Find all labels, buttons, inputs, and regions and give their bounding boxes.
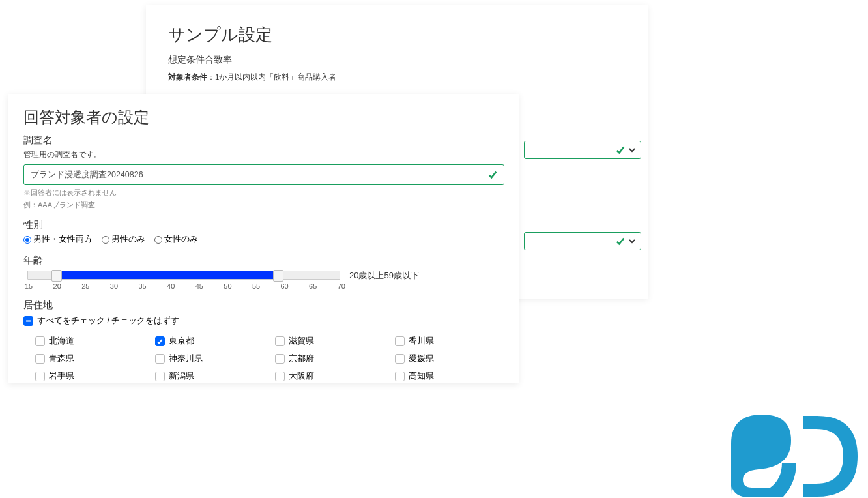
slider-handle-min[interactable] bbox=[51, 270, 62, 282]
match-rate-label: 想定条件合致率 bbox=[168, 54, 626, 66]
survey-name-label: 調査名 bbox=[23, 134, 503, 147]
sample-settings-title: サンプル設定 bbox=[168, 23, 626, 46]
survey-name-help: 管理用の調査名です。 bbox=[23, 149, 503, 160]
dropdown-validated-1[interactable] bbox=[524, 141, 641, 159]
chevron-down-icon bbox=[629, 147, 635, 153]
prefecture-checkbox[interactable] bbox=[35, 372, 45, 381]
age-range-slider[interactable]: 20歳以上59歳以下 152025303540455055606570 bbox=[23, 271, 503, 290]
gender-radio-group: 男性・女性両方男性のみ女性のみ bbox=[23, 234, 503, 245]
slider-handle-max[interactable] bbox=[273, 270, 283, 282]
prefecture-item[interactable]: 愛媛県 bbox=[395, 353, 515, 364]
gender-label: 性別 bbox=[23, 219, 503, 231]
prefecture-item[interactable]: 香川県 bbox=[395, 336, 515, 347]
dropdown-validated-2[interactable] bbox=[524, 232, 641, 250]
prefecture-checkbox[interactable] bbox=[395, 354, 405, 364]
gender-radio-0[interactable]: 男性・女性両方 bbox=[23, 234, 93, 245]
prefecture-item[interactable]: 青森県 bbox=[35, 353, 155, 364]
prefecture-item[interactable]: 東京都 bbox=[155, 336, 275, 347]
prefecture-checkbox[interactable] bbox=[395, 336, 405, 346]
prefecture-item[interactable]: 高知県 bbox=[395, 371, 515, 382]
residence-label: 居住地 bbox=[23, 299, 503, 312]
prefecture-checkbox[interactable] bbox=[155, 372, 165, 381]
prefecture-checkbox[interactable] bbox=[155, 354, 165, 364]
respondent-settings-title: 回答対象者の設定 bbox=[23, 107, 503, 128]
select-all-row[interactable]: すべてをチェック / チェックをはずす bbox=[23, 315, 503, 327]
check-icon bbox=[616, 145, 625, 154]
prefecture-checkbox[interactable] bbox=[395, 372, 405, 381]
target-condition: 対象者条件：1か月以内以内「飲料」商品購入者 bbox=[168, 72, 626, 82]
age-ticks: 152025303540455055606570 bbox=[25, 282, 345, 290]
prefecture-item[interactable]: 京都府 bbox=[275, 353, 395, 364]
prefecture-checkbox[interactable] bbox=[155, 336, 165, 346]
prefecture-item[interactable]: 神奈川県 bbox=[155, 353, 275, 364]
prefecture-item[interactable]: 新潟県 bbox=[155, 371, 275, 382]
prefecture-checkbox[interactable] bbox=[35, 354, 45, 364]
prefecture-checkbox[interactable] bbox=[35, 336, 45, 346]
prefecture-item[interactable]: 北海道 bbox=[35, 336, 155, 347]
age-label: 年齢 bbox=[23, 254, 503, 267]
select-all-checkbox[interactable] bbox=[23, 316, 33, 326]
prefecture-item[interactable]: 滋賀県 bbox=[275, 336, 395, 347]
select-all-label: すべてをチェック / チェックをはずす bbox=[37, 315, 179, 327]
survey-name-value: ブランド浸透度調査20240826 bbox=[31, 169, 143, 181]
prefecture-checkbox[interactable] bbox=[275, 372, 285, 381]
brand-logo bbox=[705, 398, 861, 498]
chevron-down-icon bbox=[629, 238, 635, 244]
age-range-display: 20歳以上59歳以下 bbox=[349, 270, 419, 282]
survey-name-note-2: 例：AAAブランド調査 bbox=[23, 200, 503, 210]
check-icon bbox=[488, 170, 497, 179]
respondent-settings-card: 回答対象者の設定 調査名 管理用の調査名です。 ブランド浸透度調査2024082… bbox=[8, 94, 519, 383]
check-icon bbox=[616, 237, 625, 246]
prefecture-checkbox[interactable] bbox=[275, 354, 285, 364]
prefecture-grid: 北海道東京都滋賀県香川県青森県神奈川県京都府愛媛県岩手県新潟県大阪府高知県 bbox=[35, 336, 503, 382]
prefecture-item[interactable]: 大阪府 bbox=[275, 371, 395, 382]
survey-name-input[interactable]: ブランド浸透度調査20240826 bbox=[23, 164, 504, 185]
survey-name-note-1: ※回答者には表示されません bbox=[23, 188, 503, 198]
prefecture-item[interactable]: 岩手県 bbox=[35, 371, 155, 382]
gender-radio-2[interactable]: 女性のみ bbox=[154, 234, 198, 245]
prefecture-checkbox[interactable] bbox=[275, 336, 285, 346]
gender-radio-1[interactable]: 男性のみ bbox=[102, 234, 145, 245]
